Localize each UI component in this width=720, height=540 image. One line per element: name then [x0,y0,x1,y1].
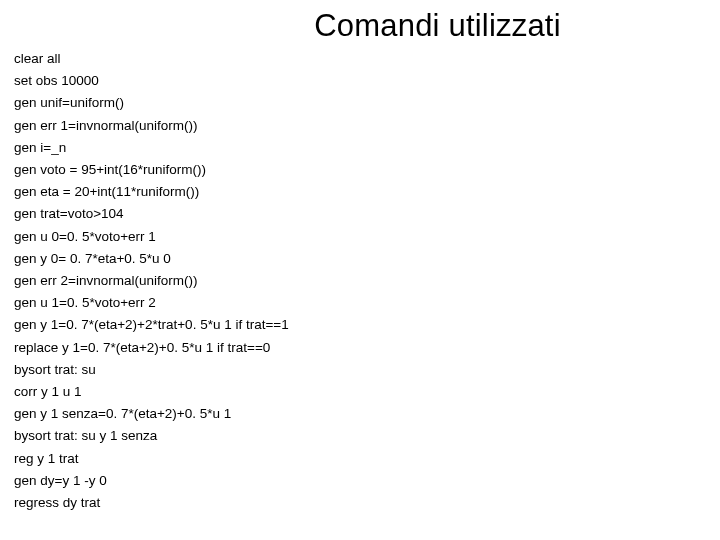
code-line: bysort trat: su [14,359,706,381]
code-line: gen y 0= 0. 7*eta+0. 5*u 0 [14,248,706,270]
code-line: reg y 1 trat [14,448,706,470]
code-line: set obs 10000 [14,70,706,92]
code-line: gen eta = 20+int(11*runiform()) [14,181,706,203]
code-line: gen u 0=0. 5*voto+err 1 [14,226,706,248]
code-line: gen trat=voto>104 [14,203,706,225]
code-line: gen err 1=invnormal(uniform()) [14,115,706,137]
code-line: gen unif=uniform() [14,92,706,114]
code-line: gen i=_n [14,137,706,159]
code-line: bysort trat: su y 1 senza [14,425,706,447]
code-line: regress dy trat [14,492,706,514]
code-line: gen y 1=0. 7*(eta+2)+2*trat+0. 5*u 1 if … [14,314,706,336]
code-line: gen y 1 senza=0. 7*(eta+2)+0. 5*u 1 [14,403,706,425]
code-line: replace y 1=0. 7*(eta+2)+0. 5*u 1 if tra… [14,337,706,359]
code-line: clear all [14,48,706,70]
code-line: gen err 2=invnormal(uniform()) [14,270,706,292]
code-line: corr y 1 u 1 [14,381,706,403]
code-line: gen u 1=0. 5*voto+err 2 [14,292,706,314]
code-block: clear all set obs 10000 gen unif=uniform… [14,48,706,514]
code-line: gen voto = 95+int(16*runiform()) [14,159,706,181]
slide-container: Comandi utilizzati clear all set obs 100… [0,0,720,540]
code-line: gen dy=y 1 -y 0 [14,470,706,492]
slide-title: Comandi utilizzati [169,8,706,44]
